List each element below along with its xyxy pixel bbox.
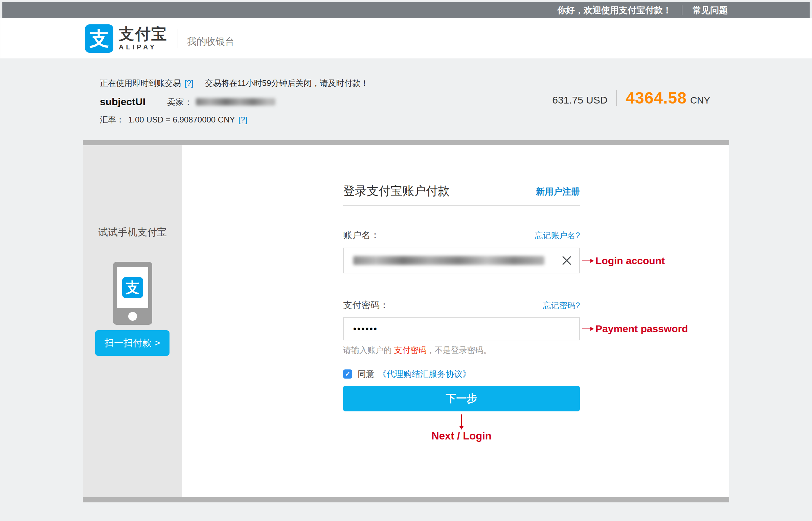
notice-prefix: 正在使用即时到账交易 [100,78,181,89]
greeting-text: 你好，欢迎使用支付宝付款！ [557,4,672,16]
register-link[interactable]: 新用户注册 [536,186,580,198]
top-separator-bar [83,140,729,145]
hint-prefix: 请输入账户的 [343,345,394,355]
account-label: 账户名： [343,229,380,241]
forgot-account-link[interactable]: 忘记账户名? [535,230,580,241]
order-subject: subjectUI [100,96,145,108]
account-input[interactable] [343,248,580,273]
exchange-rate-row: 汇率： 1.00 USD = 6.90870000 CNY [?] [100,114,729,125]
checkmark-icon: ✓ [345,371,351,377]
password-annotation-label: Payment password [595,323,688,335]
rate-label: 汇率： [100,114,124,125]
topbar-divider [682,5,682,15]
account-annotation: Login account [582,254,665,268]
right-arrow-icon [582,329,591,329]
rate-help-icon[interactable]: [?] [239,115,248,124]
alipay-logo-icon: 支 [85,24,113,53]
promo-text: 试试手机支付宝 [83,226,182,239]
forgot-password-link[interactable]: 忘记密码? [543,300,580,311]
seller-name-redacted [196,98,275,106]
header-divider [178,29,178,48]
faq-link[interactable]: 常见问题 [693,4,728,16]
submit-annotation: Next / Login [343,430,580,442]
account-annotation-label: Login account [595,255,665,267]
phone-screen: 支 [117,267,148,308]
phone-home-button-icon [128,312,137,321]
title-underline [343,205,580,206]
password-input[interactable]: •••••• [343,317,580,340]
phone-alipay-logo-icon: 支 [122,277,143,298]
login-form-area: 登录支付宝账户付款 新用户注册 账户名： 忘记账户名? 支付密码： 忘 [182,145,729,497]
down-arrow-icon [461,414,462,427]
password-hint: 请输入账户的 支付密码，不是登录密码。 [343,345,492,356]
password-annotation: Payment password [582,322,688,336]
phone-icon: 支 [113,262,152,325]
amount-divider [616,90,617,106]
cny-amount: 4364.58 [626,89,687,107]
next-step-button[interactable]: 下一步 [343,386,580,411]
notice-help-icon[interactable]: [?] [184,78,194,88]
seller-label: 卖家： [167,96,193,108]
agreement-row: ✓ 同意 《代理购结汇服务协议》 [343,368,471,380]
password-label: 支付密码： [343,299,389,311]
agree-checkbox[interactable]: ✓ [343,369,352,379]
mobile-promo-sidebar: 试试手机支付宝 支 扫一扫付款 > [83,145,182,497]
order-info-section: 正在使用即时到账交易 [?] 交易将在11小时59分钟后关闭，请及时付款！ su… [83,59,729,140]
hint-highlight: 支付密码 [394,345,427,355]
form-title: 登录支付宝账户付款 [343,183,450,199]
logo-en-text: ALIPAY [119,43,167,51]
bottom-separator-bar [83,497,729,502]
content-wrap: 正在使用即时到账交易 [?] 交易将在11小时59分钟后关闭，请及时付款！ su… [83,59,729,502]
header: 支 支付宝 ALIPAY 我的收银台 [0,18,812,59]
main-panel: 试试手机支付宝 支 扫一扫付款 > 登录支付宝账户付款 新用户注册 [83,145,729,497]
transaction-notice: 正在使用即时到账交易 [?] 交易将在11小时59分钟后关闭，请及时付款！ [100,78,729,89]
right-arrow-icon [582,260,591,261]
agreement-link[interactable]: 《代理购结汇服务协议》 [378,368,471,380]
page-title: 我的收银台 [187,35,234,48]
hint-suffix: ，不是登录密码。 [427,345,492,355]
topbar: 你好，欢迎使用支付宝付款！ 常见问题 [2,2,810,18]
rate-value: 1.00 USD = 6.90870000 CNY [128,115,235,124]
amount-block: 631.75 USD 4364.58 CNY [552,89,710,107]
cny-unit: CNY [690,95,710,106]
alipay-logo-glyph: 支 [89,29,109,48]
agree-label: 同意 [358,368,375,380]
account-value-redacted [353,256,544,265]
password-dots: •••••• [353,324,378,334]
usd-unit: USD [586,94,607,106]
scan-to-pay-button[interactable]: 扫一扫付款 > [95,330,170,356]
logo-cn-text: 支付宝 [119,26,167,42]
alipay-wordmark: 支付宝 ALIPAY [119,26,167,51]
usd-amount: 631.75 [552,94,583,106]
clear-icon[interactable] [562,255,572,266]
notice-suffix: 交易将在11小时59分钟后关闭，请及时付款！ [205,78,369,89]
alipay-cashier-page: 你好，欢迎使用支付宝付款！ 常见问题 支 支付宝 ALIPAY 我的收银台 正在… [0,0,812,521]
